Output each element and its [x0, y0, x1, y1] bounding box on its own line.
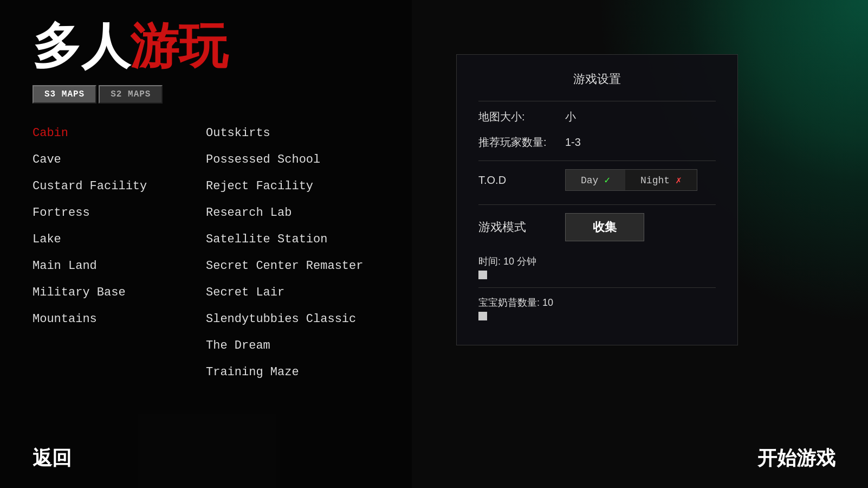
custard-label-text: 宝宝奶昔数量: [478, 297, 540, 308]
time-section: 时间: 10 分钟 [478, 255, 716, 279]
player-count-row: 推荐玩家数量: 1-3 [478, 135, 716, 150]
time-unit: 分钟 [517, 256, 536, 267]
back-button-area: 返回 [33, 445, 72, 472]
divider1 [478, 101, 716, 101]
tod-day-check: ✓ [604, 175, 610, 186]
map-item-secret-lair[interactable]: Secret Lair [206, 279, 379, 306]
divider2 [478, 160, 716, 161]
title-part1: 多人 [33, 19, 130, 73]
tod-night-button[interactable]: Night ✗ [625, 170, 697, 190]
custard-slider-handle[interactable] [478, 312, 487, 320]
game-mode-button[interactable]: 收集 [565, 213, 644, 241]
custard-label: 宝宝奶昔数量: 10 [478, 296, 716, 309]
tod-night-label: Night [640, 175, 670, 186]
time-label: 时间: 10 分钟 [478, 255, 716, 268]
tod-day-label: Day [581, 175, 598, 186]
player-count-value: 1-3 [565, 136, 581, 149]
map-left-column: Cabin Cave Custard Facility Fortress Lak… [33, 120, 206, 386]
map-list: Cabin Cave Custard Facility Fortress Lak… [33, 120, 379, 386]
map-item-training[interactable]: Training Maze [206, 359, 379, 386]
map-size-value: 小 [565, 110, 576, 124]
divider4 [478, 287, 716, 288]
map-item-mountains[interactable]: Mountains [33, 306, 206, 332]
map-item-fortress[interactable]: Fortress [33, 200, 206, 226]
tod-label: T.O.D [478, 174, 565, 187]
title-main: 多人游玩 [33, 22, 379, 74]
map-item-mainland[interactable]: Main Land [33, 253, 206, 279]
map-item-slendytubbies[interactable]: Slendytubbies Classic [206, 306, 379, 332]
custard-slider-row [478, 312, 716, 320]
map-item-military[interactable]: Military Base [33, 279, 206, 306]
map-item-outskirts[interactable]: Outskirts [206, 120, 379, 146]
player-count-label: 推荐玩家数量: [478, 135, 565, 150]
time-slider-handle[interactable] [478, 271, 487, 279]
map-item-reject[interactable]: Reject Facility [206, 173, 379, 200]
custard-section: 宝宝奶昔数量: 10 [478, 296, 716, 320]
divider3 [478, 204, 716, 205]
tab-s3-maps[interactable]: S3 MAPS [33, 85, 96, 104]
time-label-text: 时间: [478, 256, 501, 267]
settings-title: 游戏设置 [478, 71, 716, 87]
time-value: 10 [503, 256, 514, 267]
map-item-cave[interactable]: Cave [33, 146, 206, 173]
game-mode-row: 游戏模式 收集 [478, 213, 716, 241]
tod-row: T.O.D Day ✓ Night ✗ [478, 169, 716, 191]
settings-panel: 游戏设置 地图大小: 小 推荐玩家数量: 1-3 T.O.D Day ✓ Nig… [456, 54, 738, 345]
back-button[interactable]: 返回 [33, 445, 72, 472]
map-item-cabin[interactable]: Cabin [33, 120, 206, 146]
left-panel: 多人游玩 S3 MAPS S2 MAPS Cabin Cave Custard … [0, 0, 412, 488]
map-item-possessed[interactable]: Possessed School [206, 146, 379, 173]
tabs-row: S3 MAPS S2 MAPS [33, 85, 379, 104]
map-item-lake[interactable]: Lake [33, 226, 206, 253]
start-game-button[interactable]: 开始游戏 [757, 445, 835, 472]
tod-options: Day ✓ Night ✗ [565, 169, 697, 191]
time-slider-row [478, 271, 716, 279]
title-area: 多人游玩 [33, 22, 379, 74]
map-item-satellite[interactable]: Satellite Station [206, 226, 379, 253]
map-item-custard[interactable]: Custard Facility [33, 173, 206, 200]
tod-night-cross: ✗ [676, 175, 682, 186]
tod-day-button[interactable]: Day ✓ [566, 170, 625, 190]
game-mode-label: 游戏模式 [478, 219, 565, 235]
map-item-research[interactable]: Research Lab [206, 200, 379, 226]
map-item-thedream[interactable]: The Dream [206, 332, 379, 359]
custard-value: 10 [542, 297, 553, 308]
title-part2: 游玩 [130, 19, 228, 73]
map-size-label: 地图大小: [478, 110, 565, 124]
tab-s2-maps[interactable]: S2 MAPS [99, 85, 163, 104]
map-size-row: 地图大小: 小 [478, 110, 716, 124]
map-item-secret-center[interactable]: Secret Center Remaster [206, 253, 379, 279]
map-right-column: Outskirts Possessed School Reject Facili… [206, 120, 379, 386]
